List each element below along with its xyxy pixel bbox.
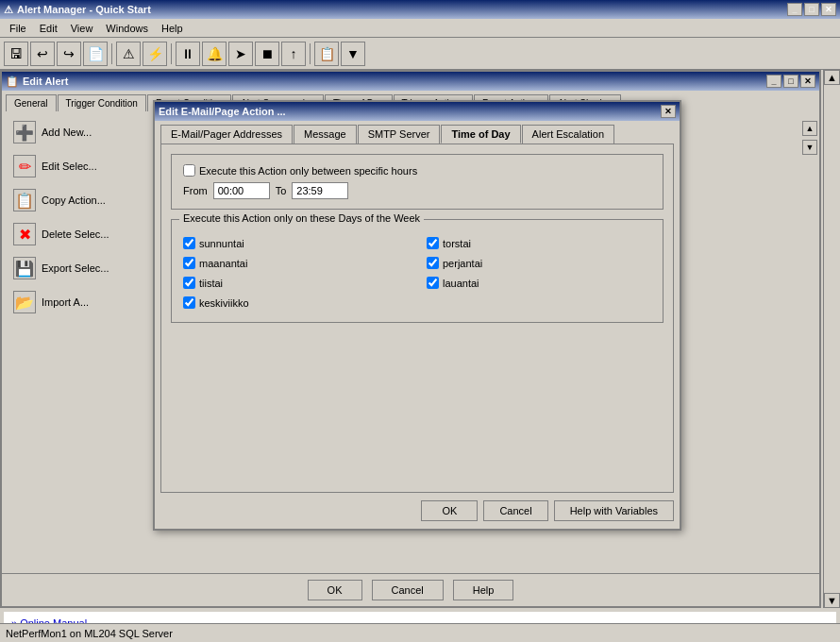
scroll-top-btn[interactable]: ▲: [824, 70, 840, 85]
modal-tabs: E-Mail/Pager Addresses Message SMTP Serv…: [155, 121, 680, 144]
menu-view[interactable]: View: [65, 21, 99, 36]
day-tiistai: tiistai: [183, 277, 408, 289]
menu-help[interactable]: Help: [156, 21, 189, 36]
modal-title: Edit E-Mail/Page Action ...: [159, 111, 286, 117]
menubar: File Edit View Windows Help: [0, 19, 840, 38]
modal-tab-escalation[interactable]: Alert Escalation: [522, 125, 614, 144]
to-label: To: [276, 185, 287, 196]
modal-dialog: Edit E-Mail/Page Action ... ✕ E-Mail/Pag…: [153, 111, 681, 531]
vertical-scrollbar: ▲ ▼: [823, 70, 840, 608]
day-torstai-checkbox[interactable]: [427, 237, 439, 249]
toolbar-btn-3[interactable]: ↪: [57, 42, 81, 66]
day-lauantai: lauantai: [427, 277, 651, 289]
days-group-title: Execute this Action only on these Days o…: [179, 212, 424, 224]
toolbar-sep-1: [111, 43, 112, 64]
day-keskiviikko: keskiviikko: [183, 296, 408, 309]
menu-edit[interactable]: Edit: [34, 21, 63, 36]
menu-windows[interactable]: Windows: [100, 21, 154, 36]
day-maanantai-checkbox[interactable]: [183, 257, 195, 269]
toolbar-btn-12[interactable]: 📋: [314, 42, 339, 66]
scroll-bottom-btn[interactable]: ▼: [824, 593, 840, 608]
modal-tab-message[interactable]: Message: [294, 125, 357, 144]
modal-tab-email[interactable]: E-Mail/Pager Addresses: [160, 125, 293, 144]
toolbar-btn-13[interactable]: ▼: [341, 42, 365, 66]
toolbar-btn-5[interactable]: ⚠: [116, 42, 141, 66]
day-tiistai-label: tiistai: [199, 278, 223, 289]
toolbar-btn-11[interactable]: ↑: [281, 42, 306, 66]
specific-hours-group: Execute this Action only between specifi…: [171, 154, 664, 210]
day-tiistai-checkbox[interactable]: [183, 277, 195, 289]
modal-footer: OK Cancel Help with Variables: [155, 493, 680, 529]
maximize-button[interactable]: □: [804, 3, 819, 16]
status-text: NetPerfMon1 on ML204 SQL Server: [6, 628, 173, 639]
day-perjantai-checkbox[interactable]: [427, 257, 439, 269]
day-torstai-label: torstai: [443, 238, 471, 249]
days-grid: sunnuntai torstai: [183, 237, 651, 313]
status-bar: NetPerfMon1 on ML204 SQL Server: [0, 623, 840, 642]
toolbar-sep-2: [171, 43, 172, 64]
app-titlebar: ⚠ Alert Manager - Quick Start _ □ ✕: [0, 0, 840, 19]
toolbar-btn-4[interactable]: 📄: [83, 42, 108, 66]
days-of-week-group: Execute this Action only on these Days o…: [171, 219, 664, 323]
modal-content: Execute this Action only between specifi…: [160, 144, 674, 493]
modal-overlay: Edit E-Mail/Page Action ... ✕ E-Mail/Pag…: [2, 111, 819, 573]
menu-file[interactable]: File: [4, 21, 32, 36]
toolbar: 🖫 ↩ ↪ 📄 ⚠ ⚡ ⏸ 🔔 ➤ ⏹ ↑ 📋 ▼: [0, 38, 840, 70]
toolbar-btn-2[interactable]: ↩: [30, 42, 55, 66]
toolbar-btn-1[interactable]: 🖫: [4, 42, 28, 66]
toolbar-btn-9[interactable]: ➤: [228, 42, 253, 66]
modal-cancel-button[interactable]: Cancel: [483, 500, 547, 521]
day-maanantai: maanantai: [183, 257, 408, 269]
edit-alert-window: 📋 Edit Alert _ □ ✕ General Trigger Condi…: [0, 70, 821, 608]
minimize-button[interactable]: _: [787, 3, 802, 16]
modal-close-button[interactable]: ✕: [661, 111, 676, 118]
app-icon: ⚠: [4, 4, 13, 16]
app-title: Alert Manager - Quick Start: [17, 4, 151, 15]
toolbar-btn-10[interactable]: ⏹: [255, 42, 279, 66]
day-perjantai: perjantai: [427, 257, 651, 269]
modal-titlebar: Edit E-Mail/Page Action ... ✕: [155, 111, 680, 121]
from-input[interactable]: [213, 182, 270, 199]
close-button[interactable]: ✕: [821, 3, 836, 16]
to-input[interactable]: [292, 182, 348, 199]
modal-tab-smtp[interactable]: SMTP Server: [358, 125, 441, 144]
modal-ok-button[interactable]: OK: [421, 500, 478, 521]
day-perjantai-label: perjantai: [443, 258, 482, 269]
toolbar-sep-3: [310, 43, 311, 64]
toolbar-btn-8[interactable]: 🔔: [202, 42, 227, 66]
specific-hours-label: Execute this Action only between specifi…: [199, 165, 417, 177]
day-sunnuntai-checkbox[interactable]: [183, 237, 195, 249]
day-lauantai-checkbox[interactable]: [427, 277, 439, 289]
from-label: From: [183, 185, 208, 196]
day-torstai: torstai: [427, 237, 651, 249]
specific-hours-checkbox[interactable]: [183, 164, 195, 177]
day-keskiviikko-label: keskiviikko: [199, 297, 249, 309]
day-maanantai-label: maanantai: [199, 258, 247, 269]
day-sunnuntai-label: sunnuntai: [199, 238, 244, 249]
day-lauantai-label: lauantai: [443, 278, 479, 289]
toolbar-btn-7[interactable]: ⏸: [176, 42, 200, 66]
day-sunnuntai: sunnuntai: [183, 237, 408, 249]
help-with-variables-button[interactable]: Help with Variables: [554, 500, 674, 521]
toolbar-btn-6[interactable]: ⚡: [143, 42, 167, 66]
day-keskiviikko-checkbox[interactable]: [183, 296, 195, 309]
modal-tab-timeofday[interactable]: Time of Day: [441, 125, 520, 144]
